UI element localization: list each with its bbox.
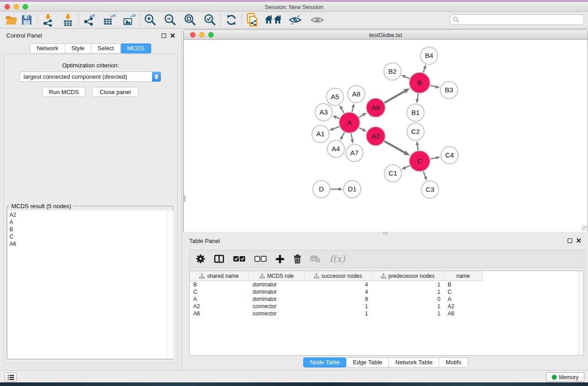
table-cell[interactable]: 1 [372,288,444,295]
pane-splitter-handle[interactable] [382,232,388,234]
close-table-panel-icon[interactable] [576,238,581,243]
export-table-button[interactable] [101,13,117,27]
float-panel-icon[interactable] [162,33,166,38]
tab-select[interactable]: Select [91,43,121,53]
select-all-rows-button[interactable] [233,256,245,262]
export-network-button[interactable] [81,13,97,27]
tab-edge-table[interactable]: Edge Table [346,357,389,367]
edge-A-A6[interactable] [359,115,363,117]
table-cell[interactable]: A6 [444,310,483,317]
zoom-out-button[interactable] [163,13,178,27]
close-panel-icon[interactable] [170,33,175,38]
show-all-button[interactable] [308,13,326,27]
edge-C-C2[interactable] [417,145,418,151]
search-input[interactable] [459,15,583,24]
network-graph[interactable]: B4B2BB3A5A8A6A3B1AA1C2A2A4A7C4CC1C3DD1 [184,40,588,232]
table-row[interactable]: Cdominator41C [190,288,583,295]
export-image-button[interactable] [121,13,137,27]
tab-style[interactable]: Style [65,43,91,53]
result-item[interactable]: B [10,226,173,233]
apply-function-button[interactable]: f(x) [330,253,345,264]
search-field[interactable] [450,14,584,25]
edge-B-B1[interactable] [417,94,418,99]
open-session-button[interactable] [4,13,19,27]
zoom-selected-button[interactable] [202,13,218,27]
show-task-history-button[interactable] [5,372,17,382]
zoom-in-button[interactable] [143,13,158,27]
result-item[interactable]: C [10,233,173,240]
import-table-button[interactable] [60,13,76,27]
tab-node-table[interactable]: Node Table [303,357,347,367]
table-row[interactable]: A2connector11A2 [190,303,583,310]
table-cell[interactable]: connector [249,303,305,310]
show-columns-button[interactable] [214,255,224,263]
table-row[interactable]: A6connector11A6 [190,310,583,317]
table-cell[interactable]: 1 [372,310,444,317]
table-cell[interactable]: 4 [305,281,372,288]
edge-A2-C[interactable] [384,141,405,152]
float-table-panel-icon[interactable] [568,238,572,243]
table-cell[interactable]: dominator [249,281,305,288]
table-cell[interactable]: A2 [444,303,483,310]
save-session-button[interactable] [19,13,34,27]
column-header-predecessor-nodes[interactable]: predecessor nodes [372,271,444,281]
result-list-scrollbar[interactable] [167,210,172,359]
table-cell[interactable]: 1 [305,303,372,310]
edge-B-B2[interactable] [405,77,410,79]
table-cell[interactable]: A6 [190,310,249,317]
table-cell[interactable]: 4 [305,288,372,295]
optimization-criterion-select[interactable]: largest connected component (directed) [19,71,161,82]
canvas-vertical-scroll-thumb[interactable] [184,195,186,202]
network-window-titlebar[interactable]: testGlobe.txt [184,30,588,40]
table-row[interactable]: Bdominator41B [190,281,583,288]
column-header-shared-name[interactable]: shared name [190,271,249,281]
table-cell[interactable]: A2 [190,303,249,310]
edge-A-A7[interactable] [351,133,352,140]
column-header-MCDS-role[interactable]: MCDS role [249,271,305,281]
add-column-button[interactable] [276,255,284,263]
network-from-selection-button[interactable] [245,13,260,27]
table-cell[interactable]: connector [249,310,305,317]
edge-A-A8[interactable] [352,107,353,112]
table-cell[interactable]: A [444,295,483,303]
edge-A-A5[interactable] [342,109,344,113]
memory-button[interactable]: Memory [546,372,584,382]
delete-columns-button[interactable] [293,254,301,263]
table-cell[interactable]: A [190,295,249,303]
panel-divider[interactable] [182,29,182,370]
table-cell[interactable]: 8 [305,295,372,303]
table-scrollbar[interactable] [578,271,583,355]
run-mcds-button[interactable]: Run MCDS [42,87,86,97]
tab-mcds[interactable]: MCDS [121,43,151,53]
result-item[interactable]: A [10,219,173,226]
table-settings-button[interactable] [196,254,205,263]
table-cell[interactable]: B [190,281,249,288]
table-cell[interactable]: 0 [372,295,444,303]
tab-network[interactable]: Network [30,43,65,53]
edge-A6-B[interactable] [384,91,405,103]
table-cell[interactable]: C [444,288,483,295]
result-item[interactable]: A6 [10,240,173,248]
deselect-all-rows-button[interactable] [254,256,267,262]
edge-C-C4[interactable] [430,158,436,159]
network-canvas[interactable]: B4B2BB3A5A8A6A3B1AA1C2A2A4A7C4CC1C3DD1 [184,40,588,232]
table-row[interactable]: Adominator80A [190,295,583,303]
tab-motifs[interactable]: Motifs [439,357,468,367]
edge-B-B4[interactable] [423,68,425,72]
table-cell[interactable]: 1 [372,303,444,310]
edge-A-A4[interactable] [342,132,344,137]
mcds-result-list[interactable]: A2ABCA6 [8,210,173,359]
table-cell[interactable]: dominator [249,288,305,295]
close-panel-button[interactable]: Close panel [92,87,139,97]
table-cell[interactable]: 1 [305,310,372,317]
column-header-successor-nodes[interactable]: successor nodes [305,271,372,281]
delete-table-button[interactable] [311,255,320,263]
table-cell[interactable]: C [190,288,249,295]
hide-selected-button[interactable] [287,13,305,27]
edge-C-C1[interactable] [405,166,410,168]
edge-A-A2[interactable] [359,128,363,129]
import-network-button[interactable] [40,13,56,27]
edge-A-A1[interactable] [333,127,339,129]
home-button[interactable] [264,13,283,27]
tab-network-table[interactable]: Network Table [389,357,439,367]
